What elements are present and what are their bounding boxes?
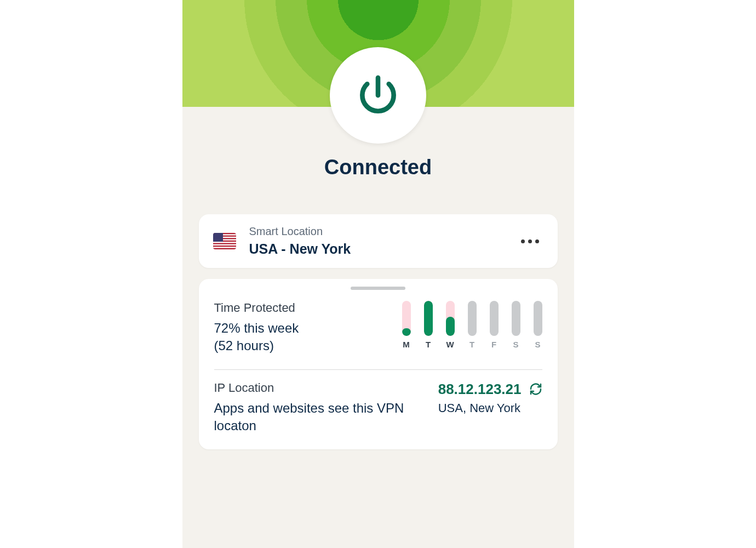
svg-rect-6 (213, 247, 236, 248)
bar-track (468, 301, 477, 336)
weekly-chart: MTWTFSS (402, 301, 542, 349)
svg-rect-5 (213, 244, 236, 246)
divider (214, 369, 542, 370)
bar-track (424, 301, 433, 336)
bar-track (512, 301, 520, 336)
day-label: T (426, 340, 431, 349)
day-label: F (491, 340, 496, 349)
stats-card: Time Protected 72% this week (52 hours) … (199, 279, 558, 449)
ip-location-description: Apps and websites see this VPN locaton (214, 399, 427, 435)
location-card[interactable]: Smart Location USA - New York (199, 214, 558, 268)
usa-flag-icon (213, 233, 236, 249)
bar-fill (402, 328, 411, 336)
location-text: Smart Location USA - New York (249, 225, 517, 257)
location-value: USA - New York (249, 241, 517, 257)
more-icon (535, 239, 539, 243)
ip-location-title: IP Location (214, 381, 427, 395)
ip-address-row: 88.12.123.21 (438, 381, 542, 398)
day-label: T (469, 340, 474, 349)
power-icon (354, 72, 402, 119)
more-icon (521, 239, 525, 243)
bar-track (534, 301, 542, 336)
drag-handle[interactable] (351, 287, 405, 290)
connection-status: Connected (182, 156, 574, 179)
day-column: W (446, 301, 455, 349)
day-label: M (403, 340, 410, 349)
svg-rect-7 (213, 233, 223, 242)
day-column: T (468, 301, 477, 349)
time-protected-section: Time Protected 72% this week (52 hours) … (214, 301, 542, 355)
ip-location-section: IP Location Apps and websites see this V… (214, 381, 542, 435)
ip-address: 88.12.123.21 (438, 381, 522, 398)
refresh-icon[interactable] (529, 383, 542, 396)
day-label: S (535, 340, 540, 349)
day-column: F (490, 301, 499, 349)
power-button[interactable] (330, 47, 426, 144)
bar-track (446, 301, 455, 336)
day-label: W (446, 340, 454, 349)
bar-fill (446, 317, 455, 336)
svg-rect-4 (213, 242, 236, 243)
day-column: S (512, 301, 520, 349)
bar-track (402, 301, 411, 336)
bar-track (490, 301, 499, 336)
day-column: T (424, 301, 433, 349)
time-protected-text: Time Protected 72% this week (52 hours) (214, 301, 299, 355)
time-protected-value: 72% this week (52 hours) (214, 319, 299, 355)
more-options-button[interactable] (517, 235, 543, 248)
location-label: Smart Location (249, 225, 517, 238)
more-icon (528, 239, 532, 243)
vpn-app-window: Connected Smart Location USA - New York (182, 0, 574, 548)
ip-location-location: USA, New York (438, 401, 542, 415)
bar-fill (424, 301, 433, 336)
day-label: S (513, 340, 518, 349)
day-column: M (402, 301, 411, 349)
ip-location-value-block: 88.12.123.21 USA, New York (438, 381, 542, 415)
ip-location-text: IP Location Apps and websites see this V… (214, 381, 427, 435)
day-column: S (534, 301, 542, 349)
time-protected-title: Time Protected (214, 301, 299, 315)
